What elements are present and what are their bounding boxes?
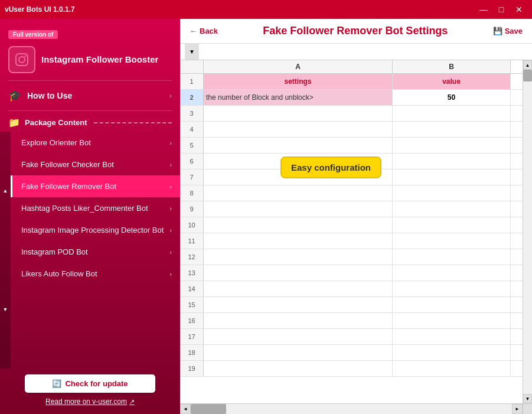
read-more-link[interactable]: Read more on v-user.com ↗ bbox=[45, 397, 135, 406]
column-headers: A B bbox=[180, 60, 523, 74]
sidebar-item-hashtag[interactable]: Hashtag Posts Liker_Commenter Bot › bbox=[11, 197, 180, 219]
cell-11-b[interactable] bbox=[393, 233, 511, 249]
cell-10-a[interactable] bbox=[204, 217, 393, 233]
scroll-up-button[interactable]: ▲ bbox=[523, 60, 532, 70]
scroll-down-arrow[interactable]: ▼ bbox=[0, 250, 11, 369]
brand-icon bbox=[8, 46, 35, 73]
cell-12-b[interactable] bbox=[393, 249, 511, 265]
cell-5-a[interactable] bbox=[204, 138, 393, 153]
save-label: Save bbox=[505, 27, 523, 35]
cell-8-a[interactable] bbox=[204, 185, 393, 201]
cell-9-b[interactable] bbox=[393, 201, 511, 217]
vertical-scrollbar[interactable]: ▲ ▼ bbox=[523, 60, 532, 403]
cell-15-b[interactable] bbox=[393, 297, 511, 312]
cell-16-b[interactable] bbox=[393, 313, 511, 328]
cell-5-b[interactable] bbox=[393, 138, 511, 153]
cell-14-b[interactable] bbox=[393, 281, 511, 296]
chevron-icon-6: › bbox=[169, 270, 172, 278]
table-row: 2 the number of Block and unblock> 50 bbox=[180, 90, 523, 106]
cell-4-b[interactable] bbox=[393, 122, 511, 137]
sidebar: Full version of Instagram Follower Boost… bbox=[0, 19, 180, 414]
hscroll-right-button[interactable]: ► bbox=[512, 404, 523, 414]
table-row: 13 bbox=[180, 265, 523, 281]
grid-rows: 1 settings value 2 the n bbox=[180, 74, 523, 403]
sidebar-item-likers-label: Likers Auto Follow Bot bbox=[21, 269, 169, 278]
cell-8-b[interactable] bbox=[393, 185, 511, 201]
cell-15-a[interactable] bbox=[204, 297, 393, 312]
hscroll-track[interactable] bbox=[191, 404, 512, 414]
window-controls: — □ ✕ bbox=[475, 3, 527, 16]
cell-3-b[interactable] bbox=[393, 106, 511, 121]
table-row: 6 bbox=[180, 154, 523, 169]
sidebar-item-fake-follower-checker[interactable]: Fake Follower Checker Bot › bbox=[11, 154, 180, 175]
cell-6-b[interactable] bbox=[393, 154, 511, 169]
close-button[interactable]: ✕ bbox=[511, 3, 527, 16]
check-update-button[interactable]: 🔄 Check for update bbox=[25, 374, 156, 393]
sidebar-item-checker-label: Fake Follower Checker Bot bbox=[21, 160, 169, 169]
hscroll-thumb[interactable] bbox=[191, 404, 226, 414]
cell-1-b[interactable]: value bbox=[393, 74, 511, 89]
cell-18-b[interactable] bbox=[393, 345, 511, 360]
cell-9-a[interactable] bbox=[204, 201, 393, 217]
cell-7-b[interactable] bbox=[393, 169, 511, 185]
sidebar-scroll-indicator: ▲ ▼ bbox=[0, 132, 11, 369]
cell-17-b[interactable] bbox=[393, 329, 511, 344]
cell-10-b[interactable] bbox=[393, 217, 511, 233]
cell-1-a[interactable]: settings bbox=[204, 74, 393, 89]
back-button[interactable]: ← Back bbox=[190, 27, 218, 35]
chevron-icon-1: › bbox=[169, 161, 172, 168]
sidebar-item-image-label: Instagram Image Processing Detector Bot bbox=[21, 226, 169, 234]
scrollbar-corner bbox=[523, 403, 532, 414]
cell-2-b[interactable]: 50 bbox=[393, 90, 511, 105]
sidebar-item-pod[interactable]: Instagram POD Bot › bbox=[11, 241, 180, 263]
formula-input[interactable] bbox=[199, 48, 527, 56]
cell-14-a[interactable] bbox=[204, 281, 393, 296]
hscroll-left-button[interactable]: ◄ bbox=[180, 404, 191, 414]
how-to-use-label: How to Use bbox=[27, 91, 72, 100]
cell-7-a[interactable] bbox=[204, 169, 393, 185]
maximize-button[interactable]: □ bbox=[493, 3, 510, 16]
cell-4-a[interactable] bbox=[204, 122, 393, 137]
dashed-divider bbox=[94, 122, 172, 123]
col-b-header: B bbox=[393, 60, 511, 73]
horizontal-scrollbar[interactable]: ◄ ► bbox=[180, 403, 523, 414]
package-content-label: 📁 Package Content bbox=[0, 111, 180, 132]
scroll-up-arrow[interactable]: ▲ bbox=[0, 132, 11, 250]
how-to-use-item[interactable]: 🎓 How to Use › bbox=[0, 81, 180, 110]
cell-18-a[interactable] bbox=[204, 345, 393, 360]
sidebar-item-likers-auto[interactable]: Likers Auto Follow Bot › bbox=[11, 263, 180, 285]
table-row: 12 bbox=[180, 249, 523, 265]
sidebar-item-image-processing[interactable]: Instagram Image Processing Detector Bot … bbox=[11, 219, 180, 241]
cell-13-a[interactable] bbox=[204, 265, 393, 281]
cell-12-a[interactable] bbox=[204, 249, 393, 265]
cell-13-b[interactable] bbox=[393, 265, 511, 281]
scroll-track[interactable] bbox=[523, 70, 532, 394]
cell-11-a[interactable] bbox=[204, 233, 393, 249]
grid-wrapper: A B 1 settings bbox=[180, 60, 532, 414]
sidebar-item-explore-label: Explore Orienter Bot bbox=[21, 138, 169, 147]
cell-6-a[interactable] bbox=[204, 154, 393, 169]
table-row: 14 bbox=[180, 281, 523, 297]
table-row: 3 bbox=[180, 106, 523, 122]
cell-2-a[interactable]: the number of Block and unblock> bbox=[204, 90, 393, 105]
sidebar-item-fake-follower-remover[interactable]: Fake Follower Remover Bot › bbox=[11, 175, 180, 197]
chevron-icon-5: › bbox=[169, 249, 172, 256]
sidebar-items-container: ▲ ▼ Explore Orienter Bot › Fake Follower… bbox=[0, 132, 180, 369]
minimize-button[interactable]: — bbox=[475, 3, 492, 16]
sidebar-item-pod-label: Instagram POD Bot bbox=[21, 247, 169, 256]
cell-3-a[interactable] bbox=[204, 106, 393, 121]
sidebar-item-explore-orienter[interactable]: Explore Orienter Bot › bbox=[11, 132, 180, 154]
sidebar-item-hashtag-label: Hashtag Posts Liker_Commenter Bot bbox=[21, 204, 169, 213]
cell-17-a[interactable] bbox=[204, 329, 393, 344]
scroll-down-button[interactable]: ▼ bbox=[523, 394, 532, 403]
sidebar-footer: 🔄 Check for update Read more on v-user.c… bbox=[0, 369, 180, 414]
cell-19-a[interactable] bbox=[204, 361, 393, 376]
cell-16-a[interactable] bbox=[204, 313, 393, 328]
save-button[interactable]: 💾 Save bbox=[493, 27, 523, 35]
chevron-right-icon: › bbox=[169, 92, 172, 99]
formula-scroll-button[interactable]: ▼ bbox=[185, 44, 199, 60]
scroll-thumb[interactable] bbox=[523, 70, 532, 82]
external-link-icon: ↗ bbox=[129, 398, 135, 406]
cell-19-b[interactable] bbox=[393, 361, 511, 376]
brand-name: Instagram Follower Booster bbox=[41, 54, 158, 66]
